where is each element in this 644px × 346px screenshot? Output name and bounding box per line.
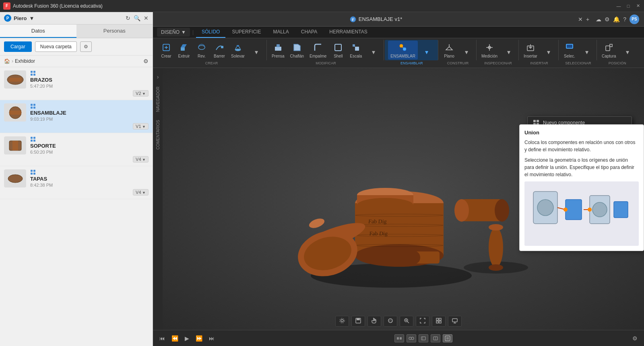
seleccionar-dropdown[interactable]: ▾ [579, 45, 595, 60]
close-doc-button[interactable]: ✕ [578, 16, 583, 23]
viewport-grid-btn[interactable] [432, 316, 446, 327]
posicion-dropdown[interactable]: ▾ [619, 45, 636, 60]
barrer-button[interactable]: Barrer [211, 41, 228, 60]
insertar-dropdown[interactable]: ▾ [541, 45, 557, 60]
list-item[interactable]: BRAZOS 5:47:20 PM V2 [0, 67, 153, 100]
viewport-settings-btn[interactable] [335, 316, 349, 327]
end-button[interactable]: ⏭ [207, 334, 216, 343]
inspeccionar-main-button[interactable]: Medición [479, 41, 500, 60]
cargar-button[interactable]: Cargar [4, 41, 32, 52]
viewport-display-btn[interactable] [448, 316, 462, 327]
tab-superficie[interactable]: SUPERFICIE [226, 27, 266, 38]
breadcrumb-current: Exhibidor [15, 58, 35, 64]
play-button[interactable]: ▶ [183, 334, 191, 343]
tab-solido[interactable]: SÓLIDO [196, 27, 225, 38]
list-item[interactable]: TAPAS 8:42:38 PM V4 [0, 166, 153, 199]
file-list: BRAZOS 5:47:20 PM V2 ENSAMBLAJE [0, 67, 153, 346]
tooltip-title: Union [524, 130, 639, 136]
maximize-button[interactable]: □ [625, 3, 631, 9]
crear-nuevo-button[interactable]: Crear [158, 41, 175, 60]
crear-dropdown[interactable]: ▾ [248, 45, 265, 60]
toolbar: DISEÑO ▼ | SÓLIDO SUPERFICIE MALLA CHAPA… [153, 27, 644, 68]
close-panel-icon[interactable]: ✕ [144, 15, 149, 21]
viewport-save-btn[interactable] [351, 316, 365, 327]
empalme-button[interactable]: Empalme [307, 41, 329, 60]
file-thumbnail [4, 136, 26, 154]
timeline-btn-2[interactable] [407, 334, 416, 342]
construir-plane-button[interactable]: Plano [441, 41, 458, 60]
refresh-icon[interactable]: ↻ [126, 15, 130, 21]
tab-chapa[interactable]: CHAPA [295, 27, 323, 38]
breadcrumb-home[interactable]: 🏠 [4, 58, 10, 64]
svg-point-112 [588, 208, 592, 212]
timeline-btn-1[interactable] [394, 334, 404, 342]
inspeccionar-dropdown[interactable]: ▾ [501, 45, 517, 60]
search-icon[interactable]: 🔍 [134, 15, 140, 21]
viewport-fit-btn[interactable] [416, 316, 429, 327]
close-button[interactable]: ✕ [635, 3, 641, 9]
version-badge[interactable]: V1 [133, 123, 149, 130]
posicion-main-button[interactable]: Captura [599, 41, 619, 60]
user-menu[interactable]: P Piero ▼ [4, 14, 34, 22]
solevar-button[interactable]: Solevar [229, 41, 247, 60]
cloud-save-icon[interactable]: ☁ [596, 16, 601, 23]
settings-icon[interactable]: ⚙ [605, 16, 610, 23]
tab-datos[interactable]: Datos [0, 25, 76, 38]
modificar-dropdown[interactable]: ▾ [365, 45, 382, 60]
version-badge[interactable]: V2 [133, 90, 149, 97]
navegador-tab[interactable]: NAVEGADOR [155, 83, 161, 115]
insertar-main-button[interactable]: Insertar [521, 41, 540, 60]
file-thumbnail [4, 103, 26, 122]
fast-forward-button[interactable]: ⏩ [194, 334, 204, 343]
escalar-button[interactable]: Escala [347, 41, 364, 60]
list-item[interactable]: SOPORTE 6:50:20 PM V4 [0, 133, 153, 166]
ensamblar-button[interactable]: ENSAMBLAR [388, 41, 418, 60]
svg-point-74 [454, 199, 469, 222]
breadcrumb-settings-icon[interactable]: ⚙ [143, 58, 149, 64]
notification-icon[interactable]: 🔔 [613, 16, 620, 23]
version-badge[interactable]: V4 [133, 156, 149, 163]
component-icon [30, 136, 36, 142]
toolbar-row: Crear Extruir [153, 38, 644, 68]
shell-button[interactable]: Shell [330, 41, 347, 60]
version-badge[interactable]: V4 [133, 189, 149, 196]
tab-malla[interactable]: MALLA [267, 27, 294, 38]
viewport[interactable]: › NAVEGADOR COMENTARIOS [153, 68, 644, 330]
user-avatar-icon[interactable]: PS [630, 14, 639, 24]
nav-expand-arrow[interactable]: › [155, 72, 161, 82]
viewport-hand-btn[interactable] [367, 316, 381, 327]
revolucion-button[interactable]: Rev. [193, 41, 210, 60]
svg-line-45 [402, 47, 403, 48]
viewport-orbit-btn[interactable] [384, 316, 397, 327]
design-dropdown-button[interactable]: DISEÑO ▼ [157, 28, 190, 37]
comentarios-tab[interactable]: COMENTARIOS [155, 117, 161, 153]
svg-rect-37 [277, 44, 280, 47]
tab-personas[interactable]: Personas [76, 25, 153, 38]
svg-rect-12 [31, 107, 33, 109]
ensamblar-label: ENSAMBLAR [385, 60, 438, 66]
hand-icon [371, 317, 378, 324]
timeline-btn-3[interactable] [419, 334, 428, 342]
bottom-settings-icon[interactable]: ⚙ [631, 334, 639, 343]
prev-button[interactable]: ⏪ [170, 334, 180, 343]
main-area: F ENSAMBLAJE v1* ✕ + ☁ ⚙ 🔔 ? PS DISEÑO ▼ [153, 12, 644, 346]
minimize-button[interactable]: — [616, 3, 621, 9]
rewind-button[interactable]: ⏮ [158, 334, 167, 343]
timeline-btn-5[interactable] [443, 334, 452, 342]
seleccionar-main-button[interactable]: Selec. [561, 41, 578, 60]
timeline-icon-2 [409, 336, 414, 341]
nueva-carpeta-button[interactable]: Nueva carpeta [35, 41, 77, 52]
help-icon[interactable]: ? [623, 16, 626, 23]
list-item[interactable]: ENSAMBLAJE 9:03:19 PM V1 [0, 100, 153, 133]
new-tab-button[interactable]: + [586, 16, 589, 23]
extruir-button[interactable]: Extruir [175, 41, 192, 60]
timeline-btn-4[interactable] [431, 334, 440, 342]
settings-button[interactable]: ⚙ [80, 41, 92, 52]
construir-dropdown[interactable]: ▾ [458, 45, 475, 60]
timeline-icon-1 [396, 336, 402, 341]
ensamblar-dropdown[interactable]: ▾ [419, 45, 435, 60]
tab-herramientas[interactable]: HERRAMIENTAS [324, 27, 373, 38]
chanfer-button[interactable]: Chaflán [288, 41, 306, 60]
prensa-button[interactable]: Prensa [269, 41, 287, 60]
viewport-zoom-btn[interactable] [400, 316, 413, 327]
